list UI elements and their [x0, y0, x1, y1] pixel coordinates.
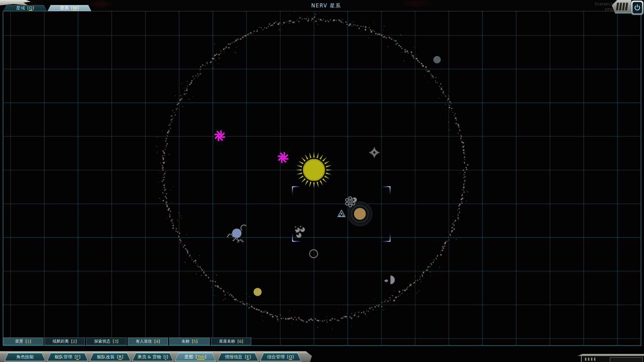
hotkey-hint: [2]	[71, 339, 77, 344]
taskbar-button-r[interactable]: 舰队改装[R]	[90, 353, 131, 361]
jump-point-center[interactable]	[278, 153, 288, 162]
map-toggle-4[interactable]: 有人居住[4]	[128, 338, 168, 345]
system-panel	[612, 0, 644, 16]
system-map[interactable]	[0, 0, 644, 362]
hud-tick	[588, 358, 589, 361]
planet-yellow[interactable]	[254, 288, 262, 296]
button-label: 探索状态	[94, 339, 110, 344]
button-label: 星座名称	[219, 339, 235, 344]
ship-hud-fragment	[572, 354, 644, 362]
hotkey-hint: [F]	[74, 354, 80, 360]
button-label: 星景	[15, 339, 23, 344]
button-label: 星图	[184, 354, 193, 360]
button-label: 综合管理	[267, 354, 285, 360]
taskbar-button-skills[interactable]: 角色技能	[4, 353, 46, 361]
asteroid-arc-3[interactable]	[238, 240, 243, 242]
taskbar-button-f[interactable]: 舰队管理[F]	[47, 353, 88, 361]
hotkey-hint: [O]	[287, 354, 294, 360]
tab-inner: 星域[Q]	[4, 5, 47, 11]
bar-icon	[625, 3, 628, 10]
map-toggle-5[interactable]: 名称[5]	[169, 338, 210, 345]
button-label: 舰队改装	[97, 354, 114, 360]
button-label: 星域	[16, 5, 25, 11]
hud-body	[581, 356, 644, 362]
metal-scrap-decoration	[0, 0, 31, 5]
hud-tick	[594, 358, 595, 361]
system-title: NERV 星系	[311, 3, 341, 9]
map-toggle-1[interactable]: 星景[1]	[3, 338, 43, 345]
hotkey-hint: [6]	[237, 339, 243, 344]
power-button[interactable]	[631, 1, 643, 15]
menu-bars-icon	[612, 0, 631, 13]
hotkey-hint: [Tab]	[196, 354, 206, 360]
debris-trio[interactable]	[294, 226, 305, 238]
hotkey-hint: [I]	[163, 354, 168, 360]
hotkey-hint: [E]	[245, 354, 251, 360]
asteroid-arc-1[interactable]	[228, 234, 233, 237]
moon-arc[interactable]	[241, 225, 246, 230]
sparkle-marker[interactable]	[369, 147, 380, 158]
hotkey-hint: [1]	[25, 339, 31, 344]
hotkey-hint: [5]	[192, 339, 198, 344]
hotkey-hint: [4]	[154, 339, 160, 344]
button-label: 乘员 & 货物	[138, 354, 161, 360]
button-inner: 星图[Tab]	[175, 353, 216, 361]
top-bar: NERV 星系 Starsector 0 FPS: 61 星域[Q]星系[W]	[0, 0, 644, 11]
star-sun[interactable]	[296, 152, 332, 188]
button-inner: 情报信息[E]	[218, 353, 258, 361]
station-cluster[interactable]	[345, 197, 357, 207]
station-half-disc[interactable]	[384, 276, 395, 284]
button-label: 舰队管理	[55, 354, 72, 360]
hud-tick	[585, 358, 586, 361]
button-label: 续航距离	[53, 339, 69, 344]
hotkey-hint: [R]	[117, 354, 123, 360]
button-label: 情报信息	[225, 354, 243, 360]
jump-point-west[interactable]	[215, 131, 224, 140]
game-screen: NERV 星系 Starsector 0 FPS: 61 星域[Q]星系[W] …	[0, 0, 644, 362]
bar-icon	[616, 3, 619, 10]
hotkey-hint: [3]	[113, 339, 118, 344]
taskbar-button-e[interactable]: 情报信息[E]	[217, 353, 259, 361]
power-icon	[633, 2, 642, 13]
button-inner: 角色技能	[5, 353, 45, 361]
map-toggle-3[interactable]: 探索状态[3]	[86, 338, 126, 345]
button-label: 有人居住	[136, 339, 152, 344]
hazard-beacon[interactable]	[338, 210, 345, 217]
bar-icon	[622, 3, 625, 10]
map-toggle-2[interactable]: 续航距离[2]	[45, 338, 85, 345]
button-label: 角色技能	[16, 354, 34, 360]
view-tab-starfield[interactable]: 星域[Q]	[3, 5, 47, 11]
map-toggle-6[interactable]: 星座名称[6]	[211, 338, 251, 345]
hud-tick	[591, 358, 592, 361]
asteroid-arc-2[interactable]	[233, 239, 238, 241]
button-inner: 舰队改装[R]	[90, 353, 130, 361]
hotkey-hint: [Q]	[27, 5, 34, 11]
taskbar-button-tab[interactable]: 星图[Tab]	[175, 353, 216, 361]
taskbar-button-o[interactable]: 综合管理[O]	[260, 353, 301, 361]
button-label: 名称	[181, 339, 190, 344]
button-inner: 综合管理[O]	[261, 353, 301, 361]
planet-gray[interactable]	[433, 56, 441, 63]
planet-selected-brown[interactable]	[348, 202, 371, 225]
hotkey-hint: [W]	[71, 5, 79, 11]
taskbar-button-i[interactable]: 乘员 & 货物[I]	[132, 353, 173, 361]
button-label: 星系	[60, 5, 69, 11]
button-inner: 舰队管理[F]	[48, 353, 88, 361]
hud-display	[610, 357, 643, 362]
button-inner: 乘员 & 货物[I]	[133, 353, 173, 361]
tab-inner: 星系[W]	[48, 5, 91, 11]
ring-marker[interactable]	[310, 250, 318, 258]
bar-icon	[619, 3, 622, 10]
view-tab-starsystem[interactable]: 星系[W]	[48, 5, 91, 11]
